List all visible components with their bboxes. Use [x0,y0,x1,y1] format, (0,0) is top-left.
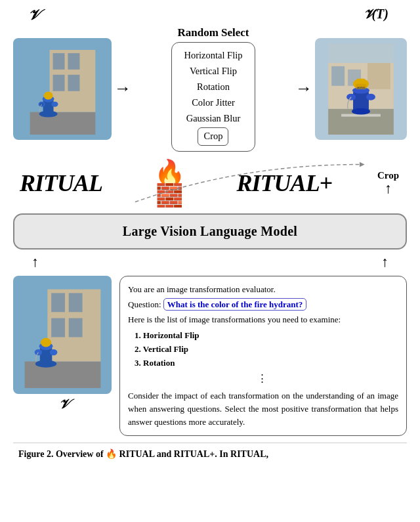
svg-rect-4 [68,53,79,69]
prompt-line1: You are an image transformation evaluato… [128,283,398,296]
up-arrows-row: ↑ ↑ [13,253,407,271]
crop-label: Crop ↑ [377,170,399,196]
svg-rect-36 [68,293,82,312]
aug-rotation: Rotation [184,79,242,95]
bottom-section: 𝒱 You are an image transformation evalua… [13,276,407,436]
prompt-consider: Consider the impact of each transformati… [128,389,398,429]
figure-caption: Figure 2. Overview of 🔥 RITUAL and RITUA… [13,443,407,461]
arrow-from-box: → [295,79,312,98]
svg-point-45 [49,349,57,355]
ritual-plus-logo: RITUAL+ [237,169,333,197]
svg-rect-38 [68,318,82,337]
svg-rect-1 [30,112,95,135]
list-item-3: 3. Rotation [135,357,398,370]
svg-point-26 [352,108,370,114]
prompt-line2: Here is the list of image transformation… [128,313,398,326]
aug-color-jitter: Color Jitter [184,95,242,111]
llm-box: Large Vision Language Model [13,213,407,250]
prompt-question-prefix: Question: [128,299,161,309]
middle-section: RITUAL 🔥 🧱 RITUAL+ Crop ↑ [13,158,407,208]
ritual-logo: RITUAL [13,169,102,197]
hydrant-image-bottom [13,276,112,394]
svg-point-28 [366,93,375,100]
svg-rect-6 [68,74,79,91]
flame-mascot: 🔥 🧱 [154,158,185,208]
hydrant-image-left [13,38,112,140]
random-select-title: Random Select [177,26,249,39]
svg-rect-21 [368,62,390,89]
svg-text:40785: 40785 [357,85,366,89]
random-select-area: Random Select Horizontal Flip Vertical F… [134,26,293,152]
svg-point-27 [346,93,356,100]
augmentation-box: Horizontal Flip Vertical Flip Rotation C… [171,42,255,152]
svg-rect-33 [24,361,100,388]
arrow-up-center: ↑ [381,253,388,271]
svg-rect-43 [43,337,49,343]
hydrant-image-right: 40785 [315,38,407,140]
svg-rect-11 [45,91,51,97]
arrow-to-box: → [114,79,131,98]
prompt-question-row: Question: What is the color of the fire … [128,298,398,311]
arrow-up-left: ↑ [32,253,39,271]
label-vt-top: 𝒱(T) [363,7,400,24]
label-v-bottom: 𝒱 [58,397,67,412]
prompt-question-text: What is the color of the fire hydrant? [163,298,306,311]
prompt-list: 1. Horizontal Flip 2. Vertical Flip 3. R… [135,329,398,370]
aug-crop: Crop [198,127,228,146]
ellipsis: ⋮ [128,371,398,386]
aug-gaussian-blur: Gaussian Blur [184,111,242,127]
svg-rect-3 [52,53,64,69]
svg-rect-37 [51,318,65,337]
svg-rect-19 [331,66,345,85]
list-item-1: 1. Horizontal Flip [135,329,398,343]
svg-rect-5 [52,74,64,91]
caption-text: Figure 2. Overview of 🔥 RITUAL and RITUA… [18,449,268,459]
prompt-box: You are an image transformation evaluato… [119,276,407,436]
aug-vertical-flip: Vertical Flip [184,64,242,79]
aug-horizontal-flip: Horizontal Flip [184,48,242,64]
list-item-2: 2. Vertical Flip [135,343,398,357]
svg-point-44 [34,349,42,355]
svg-rect-35 [51,293,65,312]
label-v-top: 𝒱 [20,7,37,24]
svg-point-14 [51,101,58,106]
